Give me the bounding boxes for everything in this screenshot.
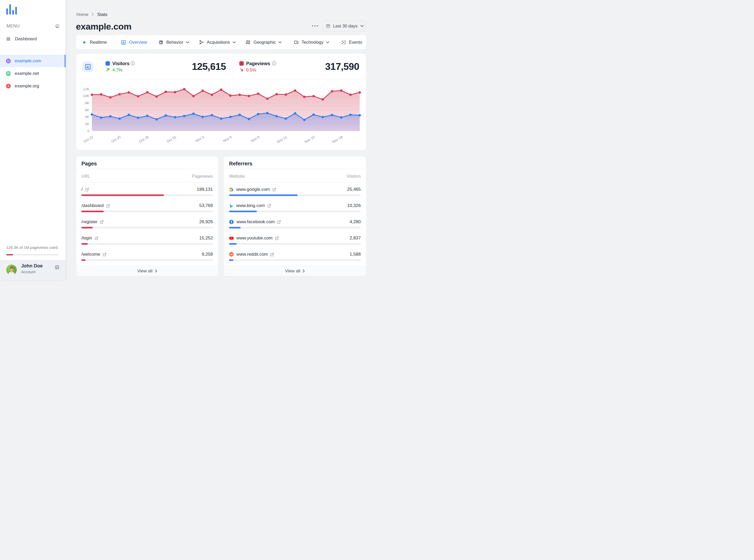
- svg-text:12K: 12K: [83, 87, 89, 91]
- svg-text:Nov 3: Nov 3: [195, 135, 205, 143]
- svg-text:Oct 31: Oct 31: [166, 135, 177, 144]
- svg-text:Oct 22: Oct 22: [83, 135, 94, 144]
- svg-text:2K: 2K: [85, 122, 89, 126]
- svg-text:0: 0: [87, 129, 89, 133]
- svg-text:8K: 8K: [85, 101, 89, 105]
- svg-text:Nov 9: Nov 9: [250, 135, 260, 143]
- svg-text:10K: 10K: [83, 94, 89, 98]
- svg-text:4K: 4K: [85, 115, 89, 119]
- svg-text:Oct 28: Oct 28: [138, 135, 149, 144]
- svg-text:Nov 15: Nov 15: [304, 135, 316, 144]
- svg-text:Oct 25: Oct 25: [111, 135, 121, 144]
- svg-text:Nov 12: Nov 12: [276, 135, 288, 144]
- svg-text:Nov 6: Nov 6: [223, 135, 232, 143]
- svg-text:6K: 6K: [85, 108, 89, 112]
- svg-text:Nov 18: Nov 18: [331, 135, 343, 144]
